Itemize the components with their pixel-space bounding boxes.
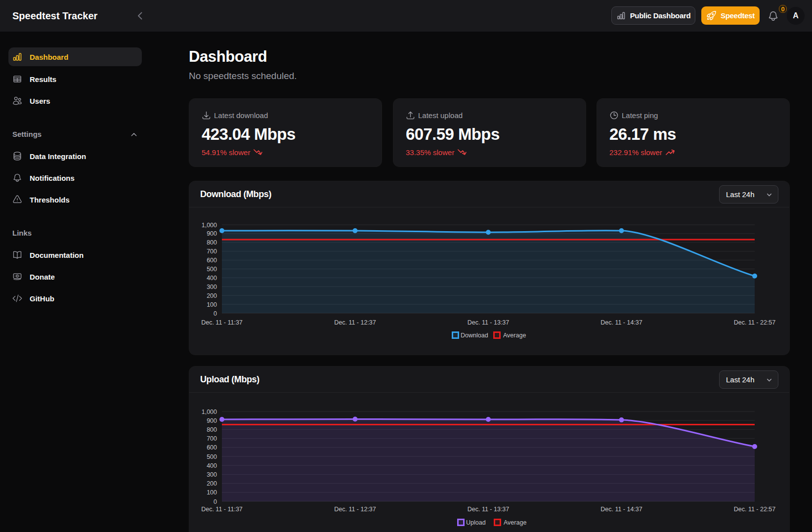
svg-text:Dec. 11 - 12:37: Dec. 11 - 12:37 <box>334 506 376 513</box>
svg-text:500: 500 <box>207 453 217 460</box>
svg-text:Dec. 11 - 14:37: Dec. 11 - 14:37 <box>600 319 642 326</box>
svg-text:200: 200 <box>207 292 217 299</box>
svg-text:900: 900 <box>207 417 217 424</box>
svg-text:Download: Download <box>461 332 488 339</box>
svg-text:0: 0 <box>214 498 217 505</box>
svg-text:800: 800 <box>207 426 217 433</box>
svg-text:0: 0 <box>214 310 217 317</box>
svg-text:100: 100 <box>207 301 217 308</box>
svg-text:600: 600 <box>207 257 217 264</box>
svg-text:Dec. 11 - 22:57: Dec. 11 - 22:57 <box>734 319 776 326</box>
svg-text:400: 400 <box>207 462 217 469</box>
svg-text:Dec. 11 - 13:37: Dec. 11 - 13:37 <box>468 319 510 326</box>
svg-text:100: 100 <box>207 489 217 496</box>
svg-text:500: 500 <box>207 266 217 273</box>
svg-text:Average: Average <box>504 519 526 526</box>
svg-text:Dec. 11 - 12:37: Dec. 11 - 12:37 <box>334 319 376 326</box>
svg-text:900: 900 <box>207 230 217 237</box>
svg-text:600: 600 <box>207 444 217 451</box>
svg-text:Dec. 11 - 14:37: Dec. 11 - 14:37 <box>600 506 642 513</box>
svg-text:Dec. 11 - 11:37: Dec. 11 - 11:37 <box>201 506 243 513</box>
svg-text:300: 300 <box>207 284 217 290</box>
svg-text:1,000: 1,000 <box>202 222 217 229</box>
svg-text:400: 400 <box>207 275 217 282</box>
svg-text:Average: Average <box>503 332 526 339</box>
svg-text:700: 700 <box>207 435 217 442</box>
svg-text:Dec. 11 - 11:37: Dec. 11 - 11:37 <box>201 319 243 326</box>
svg-text:200: 200 <box>207 480 217 487</box>
svg-text:Dec. 11 - 13:37: Dec. 11 - 13:37 <box>468 506 510 513</box>
svg-text:Dec. 11 - 22:57: Dec. 11 - 22:57 <box>734 506 776 513</box>
svg-text:800: 800 <box>207 239 217 246</box>
svg-text:Upload: Upload <box>466 519 486 526</box>
svg-text:1,000: 1,000 <box>202 409 217 415</box>
svg-text:300: 300 <box>207 471 217 478</box>
svg-text:700: 700 <box>207 248 217 255</box>
